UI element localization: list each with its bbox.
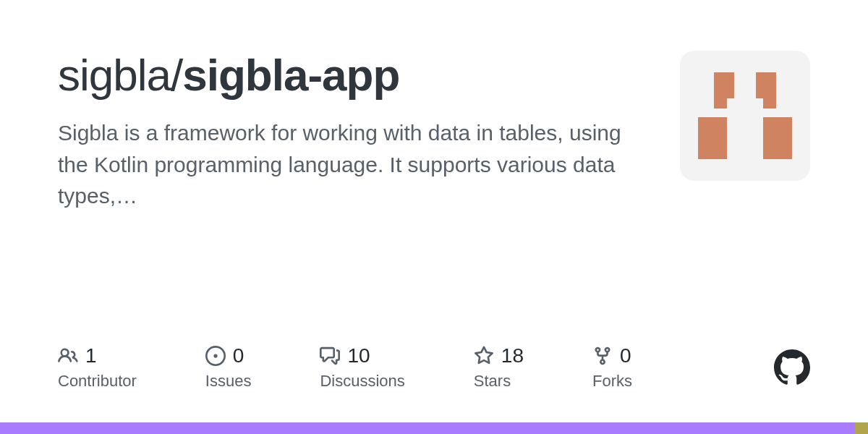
slash: / (171, 50, 182, 100)
stat-discussions[interactable]: 10 Discussions (320, 344, 404, 391)
github-logo-icon[interactable] (774, 349, 810, 386)
repo-avatar[interactable] (680, 51, 810, 181)
stat-stars[interactable]: 18 Stars (474, 344, 524, 391)
discussions-label: Discussions (320, 372, 404, 391)
stat-forks[interactable]: 0 Forks (592, 344, 632, 391)
discussions-count: 10 (347, 344, 370, 367)
forks-label: Forks (592, 372, 632, 391)
repo-description: Sigbla is a framework for working with d… (58, 117, 651, 212)
issues-count: 0 (233, 344, 244, 367)
language-segment-secondary (855, 422, 868, 434)
repo-title[interactable]: sigbla/sigbla-app (58, 51, 651, 100)
stats-row: 1 Contributor 0 Issues 10 Discussions (58, 344, 810, 391)
star-icon (474, 346, 494, 366)
header-row: sigbla/sigbla-app Sigbla is a framework … (58, 51, 810, 212)
stat-issues[interactable]: 0 Issues (205, 344, 252, 391)
repo-card: sigbla/sigbla-app Sigbla is a framework … (0, 0, 868, 434)
issues-label: Issues (205, 372, 252, 391)
discussions-icon (320, 346, 340, 366)
repo-name: sigbla-app (182, 50, 399, 100)
forks-count: 0 (620, 344, 631, 367)
contributors-label: Contributor (58, 372, 137, 391)
issue-icon (205, 346, 226, 366)
language-bar (0, 422, 868, 434)
stars-count: 18 (501, 344, 524, 367)
contributors-count: 1 (85, 344, 97, 367)
language-segment-primary (0, 422, 855, 434)
text-block: sigbla/sigbla-app Sigbla is a framework … (58, 51, 680, 212)
avatar-icon (698, 72, 792, 159)
stars-label: Stars (474, 372, 524, 391)
repo-owner: sigbla (58, 50, 171, 100)
stat-contributors[interactable]: 1 Contributor (58, 344, 137, 391)
fork-icon (592, 346, 613, 366)
people-icon (58, 346, 78, 366)
